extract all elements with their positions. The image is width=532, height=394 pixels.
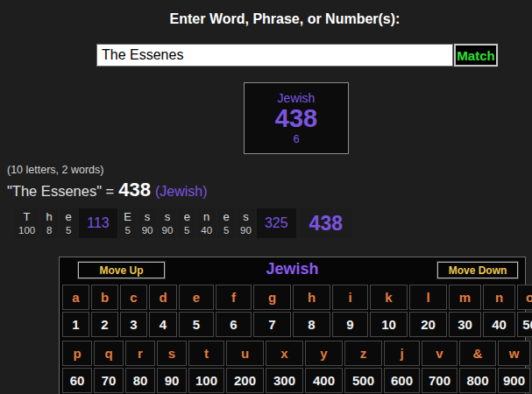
cipher-letter-cell: g	[253, 285, 291, 310]
cipher-letter-cell: z	[344, 341, 382, 366]
cipher-table-header: Move Up Jewish Move Down	[60, 257, 525, 283]
move-down-button[interactable]: Move Down	[437, 262, 518, 278]
cipher-value-cell: 70	[94, 368, 124, 393]
match-button[interactable]: Match	[454, 44, 498, 67]
breakdown-letter-value: 5	[223, 226, 229, 236]
breakdown-letter-value: 90	[240, 226, 252, 236]
breakdown-letter: e	[223, 211, 229, 222]
cipher-letter-cell: s	[157, 341, 187, 366]
cipher-letter-cell: b	[91, 285, 118, 310]
cipher-table-panel: Move Up Jewish Move Down abcdefghiklmno1…	[59, 257, 526, 394]
cipher-letter-cell: e	[179, 285, 214, 310]
equation-phrase: "The Essenes" =	[7, 183, 114, 200]
breakdown-word-subtotal: 325	[257, 208, 296, 238]
breakdown-letter-value: 5	[184, 226, 189, 236]
cipher-letter-cell: c	[120, 285, 147, 310]
cipher-letter-cell: d	[149, 285, 177, 310]
breakdown-letter: T	[24, 211, 31, 222]
cipher-letter-cell: r	[125, 341, 155, 366]
result-tile[interactable]: Jewish 438 6	[244, 82, 349, 154]
cipher-value-cell: 500	[344, 368, 382, 393]
breakdown-letter-cell: e5	[60, 208, 77, 238]
cipher-letter-cell: p	[62, 341, 92, 366]
breakdown-letter-cell: n40	[197, 208, 216, 238]
breakdown-letter: E	[124, 211, 131, 222]
cipher-value-cell: 300	[266, 368, 303, 393]
breakdown-letter: e	[184, 211, 190, 222]
cipher-letter-cell: w	[498, 341, 530, 366]
cipher-letter-cell: k	[370, 285, 408, 310]
cipher-value-cell: 10	[370, 312, 408, 337]
cipher-letter-cell: m	[449, 285, 481, 310]
breakdown-letter-cell: s90	[159, 208, 177, 238]
breakdown-letter-cell: T100	[15, 208, 39, 238]
cipher-value-cell: 2	[91, 312, 118, 337]
cipher-value-cell: 800	[459, 368, 496, 393]
breakdown-letter: s	[243, 211, 249, 222]
breakdown-letter-value: 100	[18, 226, 35, 236]
breakdown-letter-cell: e5	[178, 208, 195, 238]
cipher-table-block-1: abcdefghiklmno1234567891020304050	[60, 283, 532, 339]
cipher-letter-cell: j	[384, 341, 420, 366]
equation-total: 438	[118, 179, 151, 201]
cipher-value-cell: 40	[483, 312, 515, 337]
breakdown-grand-total: 438	[300, 208, 352, 238]
cipher-value-cell: 1	[62, 312, 89, 337]
cipher-letter-cell: q	[94, 341, 124, 366]
cipher-value-cell: 8	[293, 312, 330, 337]
cipher-letter-cell: i	[332, 285, 368, 310]
cipher-letter-cell: a	[62, 285, 89, 310]
cipher-value-cell: 7	[253, 312, 291, 337]
letter-breakdown-strip: T100h8e5113E5s90s90e5n40e5s90325438	[15, 208, 352, 238]
cipher-value-cell: 200	[226, 368, 264, 393]
breakdown-letter: n	[203, 211, 209, 222]
cipher-letter-cell: o	[517, 285, 532, 310]
cipher-table-block-2: pqrstuxyzjv&w607080901002003004005006007…	[60, 339, 532, 394]
cipher-letter-cell: &	[459, 341, 496, 366]
cipher-letter-cell: v	[422, 341, 458, 366]
cipher-value-cell: 6	[216, 312, 252, 337]
cipher-letter-cell: n	[483, 285, 515, 310]
cipher-letter-cell: t	[188, 341, 224, 366]
cipher-value-cell: 5	[179, 312, 214, 337]
breakdown-letter-cell: h8	[40, 208, 58, 238]
result-tile-cipher-label: Jewish	[245, 91, 348, 105]
cipher-value-cell: 400	[305, 368, 343, 393]
cipher-value-cell: 3	[120, 312, 147, 337]
cipher-letter-cell: f	[216, 285, 252, 310]
cipher-value-cell: 50	[517, 312, 532, 337]
cipher-value-cell: 9	[332, 312, 368, 337]
breakdown-letter-value: 90	[162, 226, 174, 236]
cipher-value-cell: 60	[62, 368, 92, 393]
breakdown-letter-cell: E5	[119, 208, 137, 238]
equation-line: "The Essenes" = 438 (Jewish)	[7, 179, 208, 201]
breakdown-letter: s	[165, 211, 171, 222]
cipher-letter-cell: x	[266, 341, 303, 366]
cipher-value-cell: 100	[188, 368, 224, 393]
result-tile-value: 438	[245, 105, 348, 133]
breakdown-letter-cell: s90	[237, 208, 255, 238]
breakdown-letter-value: 5	[125, 226, 131, 236]
breakdown-letter: s	[145, 211, 151, 222]
cipher-letter-cell: u	[226, 341, 264, 366]
breakdown-letter-value: 5	[66, 226, 71, 236]
breakdown-word-subtotal: 113	[79, 208, 117, 238]
cipher-value-cell: 30	[449, 312, 481, 337]
breakdown-letter: h	[46, 211, 53, 222]
cipher-letter-cell: h	[293, 285, 330, 310]
breakdown-letter-cell: e5	[217, 208, 235, 238]
result-tile-sub-value: 6	[245, 133, 348, 144]
cipher-value-cell: 700	[422, 368, 458, 393]
cipher-value-cell: 900	[498, 368, 530, 393]
cipher-value-cell: 4	[149, 312, 177, 337]
phrase-input[interactable]	[96, 44, 453, 67]
equation-cipher-label: (Jewish)	[155, 184, 208, 200]
page-title: Enter Word, Phrase, or Number(s):	[39, 11, 530, 27]
cipher-value-cell: 80	[125, 368, 155, 393]
breakdown-letter-cell: s90	[138, 208, 157, 238]
breakdown-letter-value: 40	[201, 226, 212, 236]
cipher-letter-cell: l	[409, 285, 447, 310]
cipher-value-cell: 20	[409, 312, 447, 337]
cipher-letter-cell: y	[305, 341, 343, 366]
cipher-value-cell: 600	[384, 368, 420, 393]
